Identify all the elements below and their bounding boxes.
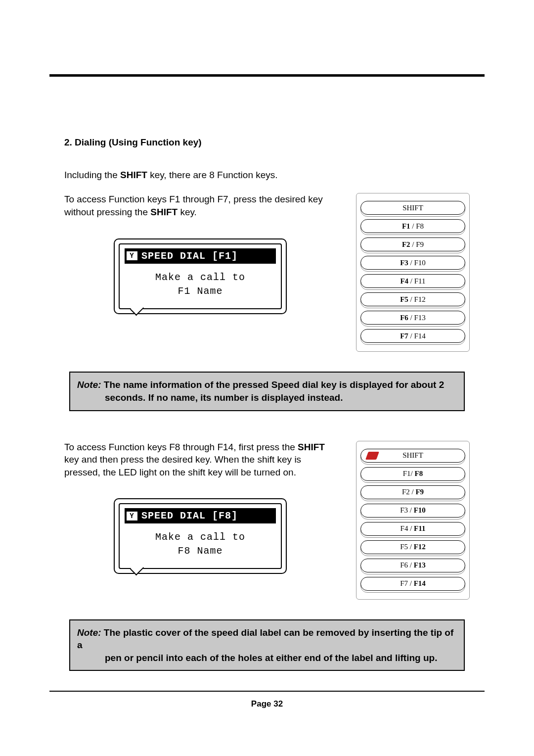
antenna-icon: Y (127, 512, 137, 520)
paragraph-f1-f7: To access Function keys F1 through F7, p… (64, 193, 336, 218)
shift-key: SHIFT (360, 201, 465, 216)
p2c: key. (178, 207, 197, 217)
heading-text: 2. Dialing (Using Function key) (64, 137, 202, 147)
p1b: SHIFT (120, 170, 147, 180)
note1-line2: seconds. If no name, its number is displ… (77, 391, 457, 404)
f8-key: F1/ F8 (360, 467, 465, 482)
lcd2-body: Make a call to F8 Name (125, 523, 276, 561)
f14-key: F7 / F14 (360, 577, 465, 592)
f9-key: F2 / F9 (360, 485, 465, 500)
paragraph-intro: Including the SHIFT key, there are 8 Fun… (64, 169, 470, 182)
p2b: SHIFT (150, 207, 178, 217)
p1c: key, there are 8 Function keys. (147, 170, 278, 180)
f4-key: F4 / F11 (360, 274, 465, 289)
f5-key: F5 / F12 (360, 292, 465, 307)
section-heading: 2. Dialing (Using Function key) (64, 136, 470, 149)
keypad-2: SHIFT F1/ F8 F2 / F9 F3 / F10 (356, 441, 470, 600)
paragraph-f8-f14: To access Function keys F8 through F14, … (64, 441, 336, 479)
lcd1-titlebar: Y SPEED DIAL [F1] (125, 248, 276, 264)
shift-label: SHIFT (402, 203, 423, 213)
bottom-rule (49, 691, 485, 692)
lcd-notch (130, 562, 144, 575)
f10-key: F3 / F10 (360, 504, 465, 519)
f7-key: F7 / F14 (360, 329, 465, 344)
f6-key: F6 / F13 (360, 311, 465, 326)
led-red-icon (365, 452, 379, 460)
f12-key: F5 / F12 (360, 540, 465, 555)
f3-key: F3 / F10 (360, 256, 465, 271)
note2-line1: The plastic cover of the speed dial labe… (77, 627, 453, 651)
keypad-1: SHIFT F1 / F8 F2 / F9 F3 / F10 (356, 193, 470, 352)
lcd1-body: Make a call to F1 Name (125, 264, 276, 301)
note-box-2: Note: The plastic cover of the speed dia… (69, 619, 465, 671)
f11-key: F4 / F11 (360, 522, 465, 537)
shift-label-2: SHIFT (402, 450, 423, 460)
note1-line1: The name information of the pressed Spee… (101, 379, 445, 390)
lcd2-line2: F8 Name (125, 544, 276, 558)
lcd1-line1: Make a call to (125, 271, 276, 284)
lcd2-line1: Make a call to (125, 530, 276, 544)
shift-key-lit: SHIFT (360, 449, 465, 464)
p1a: Including the (64, 170, 120, 180)
p3b: SHIFT (298, 442, 325, 452)
lcd1-line2: F1 Name (125, 284, 276, 298)
p3c: key and then press the desired key. When… (64, 454, 301, 477)
f13-key: F6 / F13 (360, 559, 465, 573)
antenna-icon: Y (127, 251, 137, 260)
col-left-1: To access Function keys F1 through F7, p… (64, 193, 336, 319)
page-number: Page 32 (251, 699, 283, 709)
lcd2-title: SPEED DIAL [F8] (141, 509, 238, 522)
note-box-1: Note: The name information of the presse… (69, 372, 465, 411)
f1-key: F1 / F8 (360, 219, 465, 234)
page: 2. Dialing (Using Function key) Includin… (0, 0, 534, 745)
p3a: To access Function keys F8 through F14, … (64, 442, 298, 452)
row-1: To access Function keys F1 through F7, p… (64, 193, 470, 352)
lcd-2: Y SPEED DIAL [F8] Make a call to F8 Name (114, 498, 287, 574)
lcd-1: Y SPEED DIAL [F1] Make a call to F1 Name (114, 238, 287, 314)
col-left-2: To access Function keys F8 through F14, … (64, 441, 336, 579)
note2-line2: pen or pencil into each of the holes at … (77, 652, 457, 664)
lcd-notch (130, 301, 144, 315)
row-2: To access Function keys F8 through F14, … (64, 441, 470, 600)
top-rule (49, 74, 485, 77)
page-footer: Page 32 (49, 699, 485, 725)
lcd1-title: SPEED DIAL [F1] (141, 249, 238, 263)
note2-label: Note: (77, 627, 101, 638)
lcd2-titlebar: Y SPEED DIAL [F8] (125, 508, 276, 523)
note1-label: Note: (77, 379, 101, 390)
f2-key: F2 / F9 (360, 237, 465, 252)
